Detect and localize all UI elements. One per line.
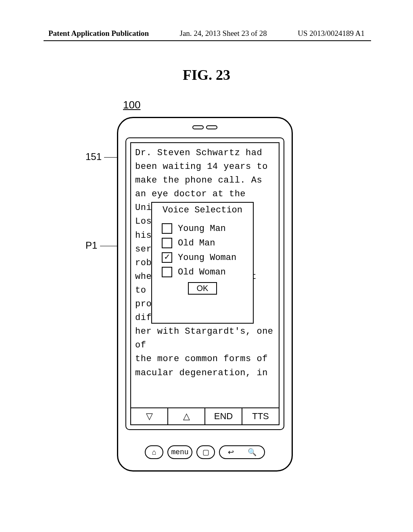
pub-number: US 2013/0024189 A1	[298, 29, 365, 38]
option-old-woman[interactable]: Old Woman	[162, 267, 253, 277]
scroll-down-button[interactable]: ▽	[130, 407, 168, 425]
center-button[interactable]: ▢	[196, 445, 215, 459]
checkbox-checked-icon[interactable]: ✓	[162, 252, 172, 263]
option-label: Young Woman	[178, 253, 236, 263]
option-young-woman[interactable]: ✓ Young Woman	[162, 252, 253, 263]
scroll-up-button[interactable]: △	[168, 407, 205, 425]
back-search-rocker[interactable]: ↩ 🔍	[219, 445, 265, 459]
pub-type: Patent Application Publication	[48, 29, 149, 38]
header-rule	[44, 40, 371, 41]
phone-body: Dr. Steven Schwartz had been waiting 14 …	[117, 117, 293, 472]
home-button[interactable]: ⌂	[145, 445, 163, 459]
checkbox-icon[interactable]	[162, 223, 172, 234]
search-icon: 🔍	[248, 448, 257, 457]
tts-button[interactable]: TTS	[242, 407, 280, 425]
square-icon: ▢	[202, 448, 209, 457]
figure-title: FIG. 23	[0, 66, 413, 83]
end-button[interactable]: END	[205, 407, 242, 425]
menu-button[interactable]: menu	[167, 445, 192, 459]
option-label: Old Man	[178, 238, 215, 248]
device-ref-100: 100	[123, 99, 140, 111]
reader-toolbar: ▽ △ END TTS	[130, 407, 280, 425]
option-label: Young Man	[178, 224, 226, 234]
home-icon: ⌂	[152, 448, 156, 457]
back-icon: ↩	[228, 448, 234, 457]
voice-selection-popup: Voice Selection Young Man Old Man ✓ Youn…	[151, 202, 254, 324]
ok-button[interactable]: OK	[188, 282, 217, 295]
checkbox-icon[interactable]	[162, 238, 172, 248]
option-old-man[interactable]: Old Man	[162, 238, 253, 248]
option-label: Old Woman	[178, 267, 226, 277]
pub-date: Jan. 24, 2013 Sheet 23 of 28	[180, 29, 267, 38]
screen: Dr. Steven Schwartz had been waiting 14 …	[125, 137, 284, 430]
popup-title: Voice Selection	[152, 203, 253, 219]
ref-label-151: 151	[86, 151, 102, 162]
checkbox-icon[interactable]	[162, 267, 172, 277]
ref-label-p1: P1	[86, 240, 97, 251]
popup-options: Young Man Old Man ✓ Young Woman Old Woma…	[152, 223, 253, 277]
option-young-man[interactable]: Young Man	[162, 223, 253, 234]
speaker-grille	[192, 125, 217, 129]
hardware-buttons: ⌂ menu ▢ ↩ 🔍	[118, 445, 292, 459]
